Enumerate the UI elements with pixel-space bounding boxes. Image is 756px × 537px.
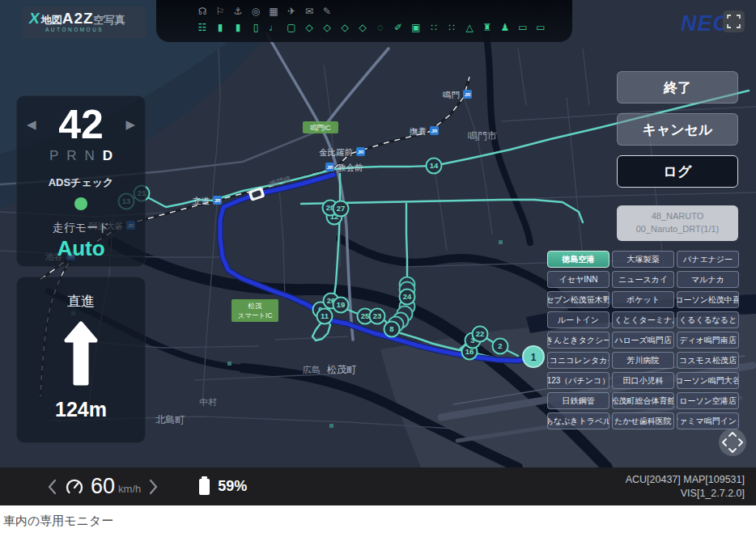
jr-badge-text: JR <box>327 165 333 170</box>
destination-button[interactable]: ローソン空港店 <box>677 392 739 409</box>
station-label: 金比羅前 <box>319 147 353 157</box>
destination-button[interactable]: 田口小児科 <box>612 372 674 389</box>
destination-button[interactable]: ルートイン <box>547 311 609 328</box>
destination-button[interactable]: コスモス松茂店 <box>677 352 739 369</box>
gear-r: R <box>66 148 76 164</box>
destination-button[interactable]: 日鉄鋼管 <box>547 392 609 409</box>
route-stop-number: 19 <box>337 300 346 309</box>
nodes-2-icon: ∷ <box>443 20 461 35</box>
device-icon: ▯ <box>247 20 265 35</box>
battery-a-icon: ▮ <box>211 20 229 35</box>
drive-mode-label: 走行モード <box>17 221 145 235</box>
route-info-button[interactable]: 48_NARUTO 00_Naruto_DRT(1/1) <box>617 205 738 241</box>
vis-version: VIS[1_2.7.2.0] <box>626 487 745 500</box>
destination-button[interactable]: ディオ鳴門南店 <box>677 332 739 349</box>
current-destination-number: 1 <box>531 352 537 363</box>
logo-brand: A2Z <box>62 10 94 27</box>
wifi-icon: ☷ <box>193 20 211 35</box>
watch-icon: ◌ <box>372 20 389 35</box>
destination-button[interactable]: ニコニコレンタカー <box>547 352 609 369</box>
gear-n: N <box>85 148 95 164</box>
bottom-status-bar: 60 km/h 59% ACU[20437] MAP[109531] VIS[1… <box>0 467 756 505</box>
logo-subtitle: AUTONOMOUS <box>45 27 139 32</box>
battery-w2-icon: ▭ <box>532 20 550 35</box>
destination-button[interactable]: ハローズ鳴門店 <box>612 332 674 349</box>
route-stop-number: 27 <box>337 204 346 213</box>
destination-button[interactable]: きんときタクシー <box>547 332 609 349</box>
destination-button[interactable]: あなぶきトラベル <box>547 412 609 429</box>
ic-badge-label: 鳴門IC <box>310 124 331 132</box>
destination-button[interactable]: イセヤINN <box>547 271 609 288</box>
sensor-3-icon: ◇ <box>336 20 354 35</box>
speed-limit-increase-button[interactable]: ▶ <box>125 117 135 132</box>
station-label: 鳴門 <box>443 90 460 99</box>
destination-button[interactable]: 徳島空港 <box>547 251 609 268</box>
ads-status-indicator <box>74 197 87 210</box>
speed-next-button[interactable] <box>149 479 159 495</box>
speed-limit-decrease-button[interactable]: ◀ <box>27 117 36 132</box>
ic-badge-label: スマートIC <box>237 311 272 319</box>
status-icons-primary: ☷▮▮▯♩▢◇◇◇◇◌✐▣∷∷△♜♟▭▭ <box>193 20 550 35</box>
photo-icon: ▦ <box>265 4 282 19</box>
person-icon: ♟ <box>496 20 514 35</box>
pan-arrows-icon <box>719 429 746 456</box>
maneuver-label: 直進 <box>17 292 145 311</box>
a2z-logo-icon: X <box>28 10 41 27</box>
mic-icon: ♩ <box>265 20 282 35</box>
version-info: ACU[20437] MAP[109531] VIS[1_2.7.2.0] <box>626 473 745 500</box>
globe-icon: ◎ <box>247 4 265 19</box>
station-label: 教会前 <box>338 163 363 172</box>
radar-icon: ☊ <box>193 4 211 19</box>
destination-button[interactable]: ニュースカイ <box>612 271 674 288</box>
sensor-2-icon: ◇ <box>318 20 336 35</box>
logo-map-label: 地図 <box>41 13 62 27</box>
destination-button[interactable]: たかせ歯科医院 <box>612 412 674 429</box>
destination-button[interactable]: マルナカ <box>677 271 739 288</box>
log-button[interactable]: ログ <box>617 155 738 188</box>
battery-b-icon: ▮ <box>229 20 247 35</box>
anchor-icon: ⚓ <box>229 4 247 19</box>
speed-prev-button[interactable] <box>47 479 57 495</box>
route-stop-number: 23 <box>373 311 382 320</box>
destination-button[interactable]: ポケット <box>612 291 674 308</box>
caption-area: 車内の専用モニター <box>0 505 756 537</box>
map-pan-control[interactable] <box>719 429 746 456</box>
station-label: 撫養 <box>409 126 427 136</box>
map-area-label: 広島 <box>303 365 321 374</box>
cone-icon: △ <box>461 20 478 35</box>
caption-text: 車内の専用モニター <box>3 514 113 529</box>
fullscreen-button[interactable] <box>723 11 745 32</box>
nodes-1-icon: ∷ <box>425 20 443 35</box>
export-icon: ✎ <box>318 4 336 19</box>
destination-grid: 徳島空港大塚製薬パナエナジーイセヤINNニュースカイマルナカセブン松茂笹木野ポケ… <box>547 251 740 429</box>
destination-button[interactable]: 123（パチンコ） <box>547 372 609 389</box>
nec-logo: NEC <box>681 11 729 36</box>
drive-status-panel: ◀ 42 ▶ PRND ADSチェック 走行モード Auto <box>16 95 146 267</box>
cpu-icon: ▣ <box>407 20 425 35</box>
plane-icon: ✈ <box>282 4 300 19</box>
destination-button[interactable]: くるくるなると <box>677 311 739 328</box>
destination-button[interactable]: 大塚製薬 <box>612 251 674 268</box>
speed-limit-value: 42 <box>58 103 104 146</box>
map-area-label: 松茂町 <box>327 364 357 375</box>
destination-button[interactable]: ファミマ鳴門インタ <box>677 412 739 429</box>
destination-button[interactable]: ローソン松茂中喜 <box>677 291 739 308</box>
map-area-label: 中村 <box>199 397 217 407</box>
route-id: 48_NARUTO <box>652 210 704 223</box>
gear-p: P <box>49 148 58 164</box>
destination-button[interactable]: ローソン鳴門大谷 <box>677 372 739 389</box>
route-stop-number: 11 <box>321 311 329 320</box>
destination-button[interactable]: 芳川病院 <box>612 352 674 369</box>
navigation-panel: 直進 124m <box>16 277 146 443</box>
destination-button[interactable]: 松茂町総合体育館 <box>612 392 674 409</box>
destination-button[interactable]: セブン松茂笹木野 <box>547 291 609 308</box>
end-button[interactable]: 終了 <box>617 71 738 104</box>
battery-icon <box>199 479 210 495</box>
destination-button[interactable]: パナエナジー <box>677 251 739 268</box>
cancel-button[interactable]: キャンセル <box>617 113 738 146</box>
logo-aerial-label: 空写真 <box>94 13 125 27</box>
destination-button[interactable]: とくとくターミナル <box>612 311 674 328</box>
vehicle-monitor-screen: 鳴門IC松茂スマートIC 鳴門市広島松茂町中村北島町鳴門線 池谷JR阿波大谷JR… <box>0 0 756 505</box>
gear-indicator: PRND <box>17 148 145 164</box>
route-stop-number: 22 <box>476 329 485 338</box>
